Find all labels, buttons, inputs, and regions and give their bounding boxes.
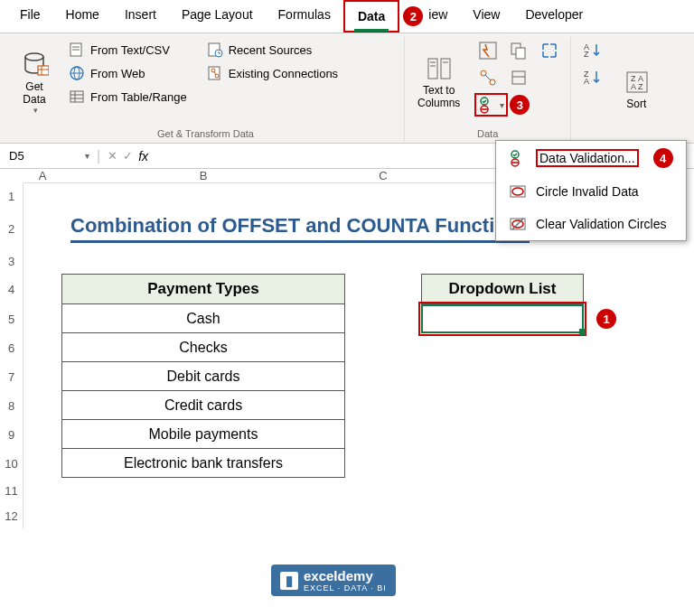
row-header-1[interactable]: 1	[0, 183, 23, 209]
data-validation-menu: Data Validation... 4 Circle Invalid Data…	[495, 140, 687, 241]
svg-point-49	[512, 188, 523, 195]
recent-icon	[207, 42, 223, 58]
cell-b7[interactable]: Debit cards	[61, 362, 345, 391]
row-header-7[interactable]: 7	[0, 362, 23, 391]
existing-connections-button[interactable]: Existing Connections	[202, 62, 343, 84]
text-columns-icon	[426, 55, 453, 82]
tab-insert[interactable]: Insert	[112, 0, 169, 33]
col-header-c[interactable]: C	[345, 169, 421, 183]
svg-rect-27	[516, 48, 525, 59]
group-get-transform-label: Get & Transform Data	[14, 126, 397, 141]
get-data-button[interactable]: Get Data	[14, 37, 54, 126]
row-header-10[interactable]: 10	[0, 449, 23, 478]
menu-circle-invalid[interactable]: Circle Invalid Data	[496, 175, 686, 208]
row-header-12[interactable]: 12	[0, 503, 23, 528]
from-text-csv-label: From Text/CSV	[90, 43, 170, 57]
header-dropdown-list[interactable]: Dropdown List	[421, 274, 584, 304]
data-validation-icon	[478, 96, 498, 114]
badge-4: 4	[653, 148, 673, 168]
enter-formula-icon[interactable]: ✓	[123, 149, 133, 163]
ribbon-tabs: File Home Insert Page Layout Formulas Da…	[0, 0, 694, 33]
from-table-range-button[interactable]: From Table/Range	[63, 86, 192, 107]
consolidate-button[interactable]	[536, 39, 563, 62]
menu-dv-label: Data Validation...	[536, 149, 639, 167]
clear-circles-icon	[509, 215, 527, 233]
text-to-columns-label: Text to Columns	[417, 84, 460, 109]
cell-b6[interactable]: Checks	[61, 333, 345, 362]
sort-icon: ZAAZ	[622, 69, 651, 96]
from-web-label: From Web	[90, 67, 145, 80]
circle-invalid-icon	[509, 182, 527, 201]
row-header-5[interactable]: 5	[0, 304, 23, 333]
group-data-label: Data	[412, 126, 563, 141]
svg-rect-31	[512, 71, 525, 84]
menu-clear-label: Clear Validation Circles	[536, 217, 666, 231]
chevron-down-icon[interactable]: ▾	[85, 151, 89, 161]
sort-button[interactable]: ZAAZ Sort	[616, 37, 656, 141]
data-validation-split-button[interactable]: ▾	[474, 93, 508, 117]
from-web-button[interactable]: From Web	[63, 62, 192, 84]
header-payment-types[interactable]: Payment Types	[61, 274, 345, 304]
row-header-9[interactable]: 9	[0, 420, 23, 449]
cell-b8[interactable]: Credit cards	[61, 391, 345, 420]
name-box[interactable]	[5, 147, 78, 164]
tab-home[interactable]: Home	[53, 0, 112, 33]
row-header-8[interactable]: 8	[0, 391, 23, 420]
svg-rect-1	[38, 66, 49, 75]
database-icon	[20, 50, 49, 79]
cancel-formula-icon[interactable]: ✕	[108, 149, 117, 163]
cell-b9[interactable]: Mobile payments	[61, 420, 345, 449]
cell-b10[interactable]: Electronic bank transfers	[61, 449, 345, 478]
row-header-3[interactable]: 3	[0, 248, 23, 274]
text-to-columns-button[interactable]: Text to Columns	[412, 37, 465, 126]
table-icon	[69, 89, 85, 105]
get-data-label: Get Data	[23, 80, 45, 106]
svg-text:A: A	[584, 77, 589, 86]
row-header-6[interactable]: 6	[0, 333, 23, 362]
sort-asc-button[interactable]: AZ	[578, 39, 607, 61]
connections-icon	[207, 65, 223, 81]
chevron-down-icon: ▾	[500, 100, 504, 110]
relationships-button[interactable]	[474, 66, 502, 89]
data-model-button[interactable]	[505, 66, 532, 89]
col-header-a[interactable]: A	[23, 169, 61, 183]
remove-duplicates-button[interactable]	[505, 39, 532, 62]
flash-fill-button[interactable]	[474, 39, 502, 62]
recent-sources-button[interactable]: Recent Sources	[202, 39, 343, 61]
menu-circle-label: Circle Invalid Data	[536, 184, 639, 199]
globe-icon	[69, 65, 85, 81]
from-table-label: From Table/Range	[90, 90, 187, 104]
text-file-icon	[69, 42, 85, 58]
tab-data[interactable]: Data	[343, 0, 399, 33]
tab-formulas[interactable]: Formulas	[266, 0, 343, 33]
cell-d5-selected[interactable]	[421, 304, 584, 333]
svg-rect-20	[428, 59, 437, 79]
svg-point-0	[25, 53, 43, 61]
tab-pagelayout[interactable]: Page Layout	[169, 0, 266, 33]
svg-text:Z: Z	[584, 50, 589, 59]
col-header-b[interactable]: B	[61, 169, 345, 183]
existing-conn-label: Existing Connections	[229, 67, 338, 80]
ribbon-body: Get Data From Text/CSV From Web From Tab…	[0, 33, 694, 144]
fx-icon[interactable]: fx	[138, 149, 148, 163]
tab-view[interactable]: View	[460, 0, 512, 33]
row-header-11[interactable]: 11	[0, 478, 23, 503]
recent-sources-label: Recent Sources	[229, 43, 313, 57]
row-header-2[interactable]: 2	[0, 209, 23, 248]
row-header-4[interactable]: 4	[0, 274, 23, 304]
badge-3: 3	[510, 95, 530, 115]
menu-data-validation[interactable]: Data Validation... 4	[496, 141, 686, 175]
menu-clear-circles[interactable]: Clear Validation Circles	[496, 208, 686, 240]
sheet-title: Combination of OFFSET and COUNTA Functio…	[70, 214, 530, 243]
badge-1: 1	[596, 309, 616, 329]
tab-file[interactable]: File	[7, 0, 53, 33]
from-text-csv-button[interactable]: From Text/CSV	[63, 39, 192, 61]
tab-review[interactable]: iew	[416, 0, 460, 33]
sort-label: Sort	[626, 98, 646, 110]
tab-developer[interactable]: Developer	[512, 0, 596, 33]
data-validation-icon	[509, 149, 527, 167]
cell-b5[interactable]: Cash	[61, 304, 345, 333]
svg-rect-21	[441, 59, 450, 79]
sort-desc-button[interactable]: ZA	[578, 66, 607, 88]
svg-text:Z: Z	[638, 82, 643, 91]
